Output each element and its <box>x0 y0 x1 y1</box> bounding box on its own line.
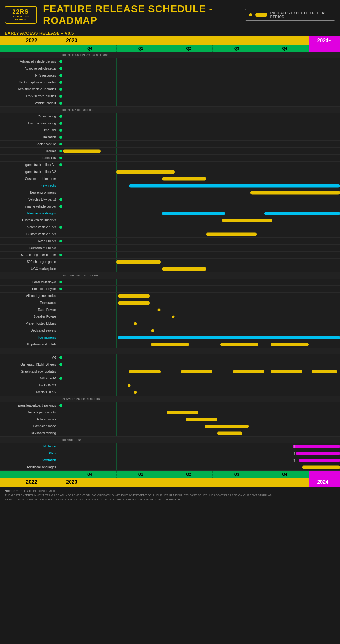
feature-name: Tournaments <box>0 336 59 339</box>
grid-line <box>249 189 249 196</box>
grid-line <box>161 100 161 106</box>
feature-timeline <box>63 127 340 134</box>
gantt-bar <box>299 459 340 462</box>
grid-line <box>249 155 249 161</box>
feature-row: Tracks x10 <box>0 155 340 162</box>
grid-line <box>116 265 117 272</box>
grid-line <box>205 252 205 258</box>
page-wrapper: 22RS 22 RACING SERIES FEATURE RELEASE SC… <box>0 0 340 504</box>
dot-icon <box>60 129 62 132</box>
grid-line <box>116 409 117 416</box>
grid-line <box>161 134 161 140</box>
grid-line <box>293 93 293 100</box>
grid-line <box>161 155 161 161</box>
feature-timeline <box>63 182 340 189</box>
feature-timeline <box>63 389 340 396</box>
feature-name: UI updates and polish <box>0 343 59 346</box>
grid-line <box>293 113 293 120</box>
grid-line <box>161 93 161 100</box>
feature-name: Adaptive vehicle setup <box>0 67 59 70</box>
section-label: CORE RACE MODES <box>60 108 95 111</box>
gantt-bar <box>162 212 225 215</box>
feature-timeline <box>63 361 340 368</box>
gantt-bar <box>162 267 206 271</box>
grid-line <box>205 113 205 120</box>
grid-line <box>205 189 205 196</box>
feature-row: Point to point racing <box>0 120 340 127</box>
dot-icon <box>60 74 62 77</box>
grid-line <box>116 457 117 464</box>
feature-name: Vehicle part unlocks <box>0 411 59 414</box>
feature-timeline <box>63 327 340 334</box>
feature-name: UGC sharing in-game <box>0 260 59 264</box>
section-label: PLAYER PROGRESSION <box>60 397 100 401</box>
grid-line <box>161 299 161 306</box>
grid-line <box>249 402 249 409</box>
feature-timeline <box>63 265 340 272</box>
feature-timeline <box>63 334 340 341</box>
feature-timeline <box>63 402 340 409</box>
feature-timeline <box>63 299 340 306</box>
feature-name: In-game track builder V2 <box>0 170 59 174</box>
feature-row: Graphics/shader updates <box>0 368 340 375</box>
grid-line <box>293 354 293 361</box>
legend-label: INDICATES EXPECTED RELEASE PERIOD <box>270 11 331 19</box>
grid-line <box>116 334 117 341</box>
feature-row: Adaptive vehicle setup <box>0 65 340 72</box>
grid-line <box>116 320 117 327</box>
feature-timeline <box>63 210 340 217</box>
feature-timeline <box>63 141 340 147</box>
dot-icon <box>60 377 62 380</box>
grid-line <box>293 457 293 464</box>
feature-row: Vehicles (3k+ parts) <box>0 196 340 203</box>
grid-line <box>205 306 205 313</box>
grid-line <box>249 457 249 464</box>
grid-line <box>205 245 205 251</box>
grid-line <box>161 189 161 196</box>
gantt-bar <box>296 452 340 455</box>
grid-line <box>116 423 117 430</box>
feature-timeline <box>63 58 340 65</box>
grid-line <box>249 148 249 154</box>
grid-line <box>161 313 161 320</box>
section-header: ONLINE MULTIPLAYER <box>0 272 340 279</box>
feature-name: Custom vehicle importer <box>0 219 59 222</box>
dagger-marker: † <box>293 458 296 463</box>
feature-row: Skill-based ranking <box>0 430 340 437</box>
grid-line <box>293 72 293 79</box>
feature-row: Time Trial <box>0 127 340 134</box>
grid-line <box>249 86 249 93</box>
dot-area <box>59 356 63 359</box>
grid-line <box>116 416 117 423</box>
grid-line <box>293 120 293 127</box>
grid-line <box>116 443 117 450</box>
notes-area: NOTES: † DATES TO BE CONFIRMED THE GOAT!… <box>0 487 340 504</box>
timeline-dot-icon <box>172 315 175 318</box>
grid-line <box>293 175 293 182</box>
feature-timeline <box>63 313 340 320</box>
grid-line <box>161 231 161 237</box>
feature-name: Tracks x10 <box>0 156 59 160</box>
q3-label: Q3 <box>212 45 261 52</box>
gantt-bar <box>63 149 101 153</box>
feature-row: All local game modes <box>0 293 340 299</box>
feature-row: Dedicated servers <box>0 327 340 334</box>
feature-name: Time Trial Royale <box>0 287 59 291</box>
grid-line <box>161 141 161 147</box>
feature-timeline <box>63 100 340 106</box>
feature-timeline <box>63 464 340 470</box>
grid-line <box>293 430 293 436</box>
grid-line <box>293 245 293 251</box>
grid-line <box>161 113 161 120</box>
grid-line <box>205 231 205 237</box>
grid-line <box>205 361 205 368</box>
dot-area <box>59 288 63 290</box>
grid-line <box>116 79 117 86</box>
legend: INDICATES EXPECTED RELEASE PERIOD <box>245 9 335 21</box>
feature-name: Skill-based ranking <box>0 431 59 435</box>
grid-line <box>249 259 249 265</box>
grid-line <box>116 100 117 106</box>
feature-name: All local game modes <box>0 294 59 298</box>
grid-line <box>161 293 161 299</box>
grid-line <box>116 175 117 182</box>
